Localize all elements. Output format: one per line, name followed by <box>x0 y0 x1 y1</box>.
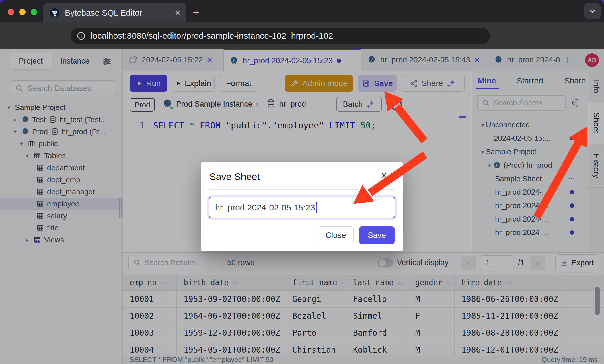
sheet-name-input[interactable]: hr_prod 2024-02-05 15:23 <box>209 197 395 218</box>
chevron-down-icon <box>588 7 597 15</box>
browser-tab-title: Bytebase SQL Editor <box>65 8 170 18</box>
tab-close-icon[interactable]: × <box>175 8 180 18</box>
dialog-divider <box>209 189 395 190</box>
bytebase-favicon-icon <box>49 7 60 18</box>
dialog-save-button[interactable]: Save <box>359 226 395 244</box>
window-zoom-button[interactable] <box>31 9 37 15</box>
info-icon[interactable] <box>76 31 86 41</box>
window-minimize-button[interactable] <box>19 9 26 15</box>
address-bar[interactable]: localhost:8080/sql-editor/prod-sample-in… <box>71 28 490 44</box>
text-cursor <box>316 202 317 213</box>
url-text: localhost:8080/sql-editor/prod-sample-in… <box>91 31 333 41</box>
save-sheet-dialog: Save Sheet × hr_prod 2024-02-05 15:23 Cl… <box>201 162 403 251</box>
tab-search-button[interactable] <box>584 3 601 19</box>
cancel-button[interactable]: Close <box>318 226 354 244</box>
screen: Bytebase SQL Editor × + Incognito localh… <box>0 0 604 364</box>
window-close-button[interactable] <box>8 9 14 15</box>
browser-tab[interactable]: Bytebase SQL Editor × <box>43 3 186 22</box>
close-icon[interactable]: × <box>381 169 387 182</box>
browser-chrome: Bytebase SQL Editor × + Incognito localh… <box>0 0 604 49</box>
new-tab-button[interactable]: + <box>193 6 199 19</box>
dialog-title: Save Sheet <box>209 171 260 182</box>
